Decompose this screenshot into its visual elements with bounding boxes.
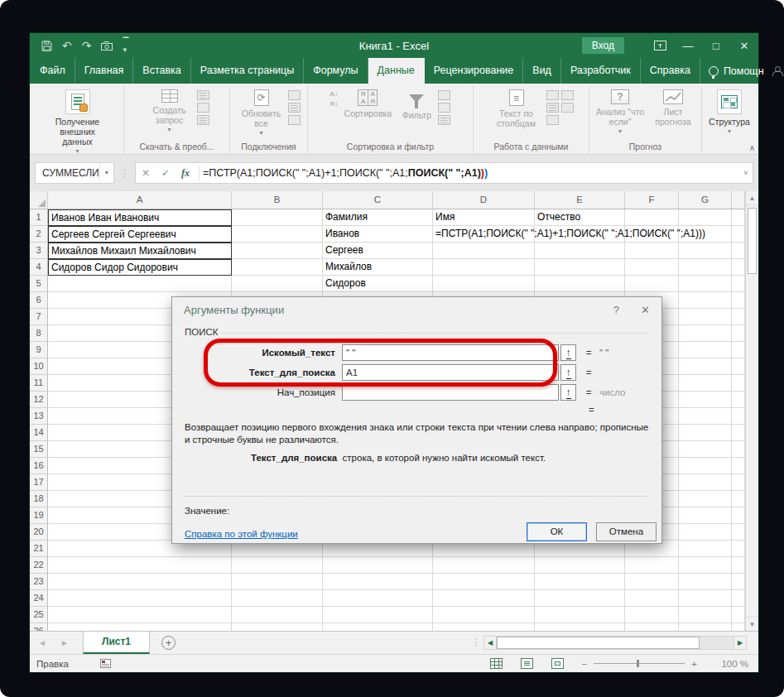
- grid-cell-G7[interactable]: [679, 309, 732, 325]
- grid-cell-G25[interactable]: [679, 607, 732, 623]
- grid-cell-C5[interactable]: Сидоров: [323, 276, 433, 292]
- tab-Главная[interactable]: Главная: [75, 58, 134, 84]
- next-sheet-icon[interactable]: ►: [55, 632, 75, 654]
- grid-cell-G21[interactable]: [679, 541, 732, 557]
- ribbon-display-options-icon[interactable]: [646, 33, 674, 58]
- row-header-18[interactable]: 18: [30, 491, 48, 507]
- grid-cell-B4[interactable]: [232, 259, 323, 276]
- row-header-6[interactable]: 6: [30, 292, 48, 309]
- row-header-11[interactable]: 11: [30, 375, 48, 392]
- grid-cell-C23[interactable]: [323, 574, 433, 590]
- name-box[interactable]: СУММЕСЛИ ▾: [35, 162, 114, 184]
- grid-cell-F22[interactable]: [625, 557, 679, 574]
- grid-cell-G20[interactable]: [679, 524, 732, 541]
- zoom-in-icon[interactable]: +: [691, 659, 697, 669]
- row-header-8[interactable]: 8: [30, 325, 48, 342]
- zoom-out-icon[interactable]: −: [582, 659, 588, 669]
- ok-button[interactable]: ОК: [527, 522, 587, 541]
- grid-cell-F5[interactable]: [625, 276, 679, 292]
- iskomy-tekst-input[interactable]: [342, 344, 559, 361]
- grid-cell-B5[interactable]: [232, 276, 323, 292]
- sheet-tab[interactable]: Лист1: [83, 632, 150, 654]
- row-header-2[interactable]: 2: [30, 226, 48, 243]
- grid-cell-extra11[interactable]: [732, 375, 745, 392]
- nach-pozitsiya-input[interactable]: [342, 384, 559, 401]
- grid-cell-G3[interactable]: [679, 243, 732, 259]
- grid-cell-G9[interactable]: [679, 342, 732, 358]
- minimize-button[interactable]: —: [674, 33, 702, 58]
- column-header-A[interactable]: A: [48, 191, 232, 209]
- vertical-scrollbar[interactable]: ▲ ▼: [745, 191, 758, 631]
- grid-cell-extra8[interactable]: [732, 325, 745, 342]
- row-header-3[interactable]: 3: [30, 243, 48, 259]
- grid-cell-E25[interactable]: [535, 607, 625, 623]
- enter-entry-icon[interactable]: ✓: [156, 167, 176, 179]
- grid-cell-A25[interactable]: [48, 607, 232, 623]
- grid-cell-extra22[interactable]: [732, 557, 745, 574]
- grid-cell-extra17[interactable]: [732, 474, 745, 491]
- maximize-button[interactable]: □: [702, 33, 730, 58]
- grid-cell-C1[interactable]: Фамилия: [323, 209, 433, 226]
- grid-cell-A3[interactable]: Михайлов Михаил Михайлович: [48, 243, 232, 259]
- scroll-down-icon[interactable]: ▼: [746, 617, 758, 631]
- horizontal-scroll-track[interactable]: [497, 636, 733, 650]
- column-header-E[interactable]: E: [535, 191, 625, 209]
- row-header-17[interactable]: 17: [30, 474, 48, 491]
- grid-cell-G6[interactable]: [679, 292, 732, 309]
- column-header-B[interactable]: B: [232, 191, 323, 209]
- tab-Справка[interactable]: Справка: [641, 58, 700, 84]
- row-header-5[interactable]: 5: [30, 276, 48, 292]
- column-header-C[interactable]: C: [323, 191, 433, 209]
- name-box-dropdown-icon[interactable]: ▾: [99, 163, 113, 183]
- grid-cell-C26[interactable]: [323, 623, 433, 631]
- share-button[interactable]: Поделиться: [772, 58, 784, 84]
- grid-cell-extra1[interactable]: [732, 209, 745, 226]
- grid-cell-G24[interactable]: [679, 590, 732, 607]
- page-break-view-icon[interactable]: [551, 658, 564, 669]
- grid-cell-D25[interactable]: [433, 607, 535, 623]
- grid-cell-extra2[interactable]: [732, 226, 745, 243]
- grid-cell-E26[interactable]: [535, 623, 625, 631]
- grid-cell-extra10[interactable]: [732, 358, 745, 375]
- collapse-dialog-icon[interactable]: ↑: [560, 364, 576, 381]
- cancel-entry-icon[interactable]: ✕: [136, 167, 156, 179]
- insert-function-icon[interactable]: fx: [176, 167, 195, 180]
- grid-cell-G18[interactable]: [679, 491, 732, 507]
- grid-cell-B23[interactable]: [232, 574, 323, 590]
- grid-cell-E23[interactable]: [535, 574, 625, 590]
- grid-cell-extra19[interactable]: [732, 507, 745, 524]
- column-header-F[interactable]: F: [625, 191, 679, 209]
- row-header-26[interactable]: 26: [30, 623, 48, 631]
- grid-cell-extra25[interactable]: [732, 607, 745, 623]
- camera-icon[interactable]: [101, 41, 113, 50]
- formula-bar-splitter[interactable]: ⋮: [118, 168, 132, 179]
- grid-cell-G13[interactable]: [679, 408, 732, 425]
- grid-cell-extra5[interactable]: [732, 276, 745, 292]
- customize-qat-icon[interactable]: ▔▾: [123, 37, 128, 54]
- cancel-button[interactable]: Отмена: [596, 522, 657, 541]
- normal-view-icon[interactable]: [490, 658, 503, 669]
- tab-Рецензирование[interactable]: Рецензирование: [425, 58, 524, 84]
- tell-me-assistant[interactable]: Помощн: [700, 58, 772, 84]
- grid-cell-C22[interactable]: [323, 557, 433, 574]
- grid-cell-E1[interactable]: Отчество: [535, 209, 625, 226]
- grid-cell-D3[interactable]: [433, 243, 535, 259]
- grid-cell-A22[interactable]: [48, 557, 232, 574]
- grid-cell-extra14[interactable]: [732, 425, 745, 441]
- grid-cell-D22[interactable]: [433, 557, 535, 574]
- grid-cell-B22[interactable]: [232, 557, 323, 574]
- grid-cell-B3[interactable]: [232, 243, 323, 259]
- scroll-right-icon[interactable]: ▶: [733, 636, 747, 650]
- grid-cell-G1[interactable]: [679, 209, 732, 226]
- outline-button[interactable]: Структура ▾: [702, 89, 757, 137]
- grid-cell-extra16[interactable]: [732, 458, 745, 474]
- horizontal-scroll-thumb[interactable]: [497, 637, 700, 649]
- grid-cell-E24[interactable]: [535, 590, 625, 607]
- grid-cell-A4[interactable]: Сидоров Сидор Сидорович: [48, 259, 232, 276]
- grid-cell-C24[interactable]: [323, 590, 433, 607]
- tekst-dlya-poiska-input[interactable]: [342, 364, 559, 381]
- grid-cell-A23[interactable]: [48, 574, 232, 590]
- tab-Данные[interactable]: Данные: [368, 58, 425, 84]
- prev-sheet-icon[interactable]: ◄: [30, 632, 55, 654]
- page-layout-view-icon[interactable]: [521, 658, 533, 669]
